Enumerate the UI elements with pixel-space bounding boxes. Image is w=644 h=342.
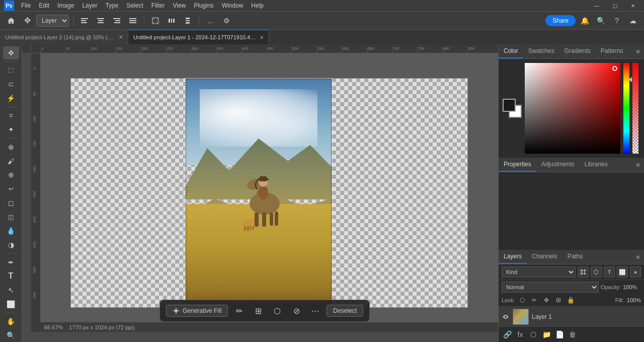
brush-mode-btn[interactable]: ✏ [231, 303, 247, 319]
blur-tool[interactable]: 💧 [3, 224, 19, 237]
lock-all-btn[interactable]: 🔒 [566, 296, 575, 305]
tab-channels[interactable]: Channels [527, 250, 562, 264]
add-mask-btn[interactable]: ⬡ [528, 329, 539, 340]
tab-gradients[interactable]: Gradients [559, 44, 596, 58]
tab-adjustments[interactable]: Adjustments [536, 158, 580, 172]
fg-bg-swatches[interactable] [503, 99, 522, 118]
menu-view[interactable]: View [170, 1, 189, 10]
search-btn[interactable]: 🔍 [594, 14, 608, 28]
color-gradient-picker[interactable] [525, 63, 620, 154]
gradient-tool[interactable]: ◫ [3, 211, 19, 224]
dodge-tool[interactable]: ◑ [3, 238, 19, 251]
tab-color[interactable]: Color [499, 44, 523, 58]
mode-select[interactable]: Layer [36, 15, 69, 27]
heal-tool[interactable]: ⊕ [3, 141, 19, 154]
delete-layer-btn[interactable]: 🗑 [567, 329, 578, 340]
canvas-viewport[interactable]: 0 50 100 150 200 250 300 350 400 450 [31, 53, 498, 332]
foreground-swatch[interactable] [503, 99, 516, 112]
tab-paths[interactable]: Paths [562, 250, 588, 264]
lock-pixels-btn[interactable]: ✏ [530, 296, 539, 305]
pen-tool[interactable]: ✒ [3, 256, 19, 269]
clone-stamp-tool[interactable]: ⊗ [3, 168, 19, 181]
tab-libraries[interactable]: Libraries [580, 158, 613, 172]
opacity-value[interactable]: 100% [623, 284, 641, 290]
transform-mode-btn[interactable]: ⊞ [250, 303, 266, 319]
tab-layers[interactable]: Layers [499, 250, 527, 264]
move-tool-btn[interactable]: ✥ [20, 14, 34, 28]
align-left-btn[interactable] [77, 14, 92, 28]
tab-1-close[interactable]: ✕ [119, 34, 123, 40]
magic-wand-tool[interactable]: ⚡ [3, 92, 19, 105]
filter-pixel-btn[interactable] [578, 266, 589, 278]
tab-2-close[interactable]: ✕ [260, 35, 264, 40]
transform-btn[interactable] [148, 14, 163, 28]
more-modes-btn[interactable]: ⋯ [307, 303, 324, 319]
notifications-btn[interactable]: 🔔 [578, 14, 592, 28]
hand-tool[interactable]: ✋ [3, 315, 19, 328]
align-center-btn[interactable] [94, 14, 108, 28]
layer-visibility-btn[interactable] [502, 313, 510, 321]
menu-window[interactable]: Window [219, 1, 247, 10]
properties-menu-btn[interactable]: ≡ [632, 159, 644, 171]
lock-transparency-btn[interactable]: ⬡ [518, 296, 527, 305]
tab-patterns[interactable]: Patterns [596, 44, 628, 58]
eyedropper-tool[interactable]: ✦ [3, 123, 19, 136]
menu-help[interactable]: Help [248, 1, 267, 10]
marquee-tool[interactable]: ⬚ [3, 64, 19, 77]
tab-swatches[interactable]: Swatches [523, 44, 559, 58]
path-select-tool[interactable]: ↖ [3, 284, 19, 297]
lock-artboard-btn[interactable]: ⊞ [554, 296, 563, 305]
eraser-tool[interactable]: ◻ [3, 196, 19, 210]
fill-value[interactable]: 100% [627, 297, 641, 303]
cloud-btn[interactable]: ☁ [626, 14, 640, 28]
color-panel-menu-btn[interactable]: ≡ [632, 45, 644, 57]
layer-item-1[interactable]: Layer 1 [499, 307, 644, 326]
color-picker-cursor[interactable] [612, 66, 617, 71]
tab-2[interactable]: Untitled project-Layer 1 - 2024-12-17T07… [128, 30, 269, 45]
extra-options-btn[interactable]: ... [203, 14, 217, 28]
create-layer-btn[interactable]: 📄 [554, 329, 565, 340]
distribute-h-btn[interactable] [165, 14, 179, 28]
menu-select[interactable]: Select [123, 1, 146, 10]
menu-type[interactable]: Type [102, 1, 121, 10]
menu-file[interactable]: File [18, 1, 34, 10]
filter-shape-btn[interactable]: ⬜ [617, 266, 628, 278]
settings-btn[interactable]: ⚙ [219, 14, 233, 28]
home-btn[interactable] [4, 14, 18, 28]
align-right-btn[interactable] [110, 14, 124, 28]
brush-tool[interactable]: 🖌 [3, 155, 19, 168]
menu-image[interactable]: Image [54, 1, 77, 10]
opacity-slider[interactable] [632, 63, 638, 154]
shape-tool[interactable]: ⬜ [3, 298, 19, 311]
menu-filter[interactable]: Filter [148, 1, 168, 10]
filter-smart-btn[interactable]: ● [630, 266, 641, 278]
hue-slider[interactable] [623, 63, 629, 154]
filter-kind-select[interactable]: Kind [502, 266, 576, 278]
blend-mode-select[interactable]: Normal [502, 282, 599, 293]
layer-effects-btn[interactable]: fx [515, 329, 526, 340]
create-group-btn[interactable]: 📁 [541, 329, 552, 340]
menu-edit[interactable]: Edit [36, 1, 52, 10]
text-tool[interactable]: T [3, 269, 19, 283]
canvas-working-area[interactable] [40, 53, 498, 332]
history-brush-tool[interactable]: ↩ [3, 182, 19, 195]
distribute-v-btn[interactable] [181, 14, 195, 28]
justify-btn[interactable] [126, 14, 140, 28]
layers-menu-btn[interactable]: ≡ [632, 251, 644, 263]
filter-adjust-btn[interactable] [591, 266, 602, 278]
crop-tool[interactable]: ⌗ [3, 109, 19, 122]
filter-text-btn[interactable]: T [604, 266, 615, 278]
maximize-btn[interactable]: ▢ [608, 0, 622, 13]
fill-mode-btn[interactable]: ⬡ [269, 303, 285, 319]
move-tool[interactable]: ✥ [3, 46, 19, 59]
share-button[interactable]: Share [545, 15, 576, 26]
lasso-tool[interactable]: ⊂ [3, 78, 19, 91]
subtract-mode-btn[interactable]: ⊘ [288, 303, 304, 319]
tab-1[interactable]: Untitled project-Layer 2 (14).png @ 50% … [0, 30, 128, 45]
menu-plugins[interactable]: Plugins [191, 1, 216, 10]
help-btn[interactable]: ? [610, 14, 624, 28]
deselect-btn[interactable]: Deselect [327, 305, 363, 317]
link-layers-btn[interactable]: 🔗 [502, 329, 513, 340]
tab-properties[interactable]: Properties [499, 158, 536, 172]
zoom-tool[interactable]: 🔍 [3, 329, 19, 342]
